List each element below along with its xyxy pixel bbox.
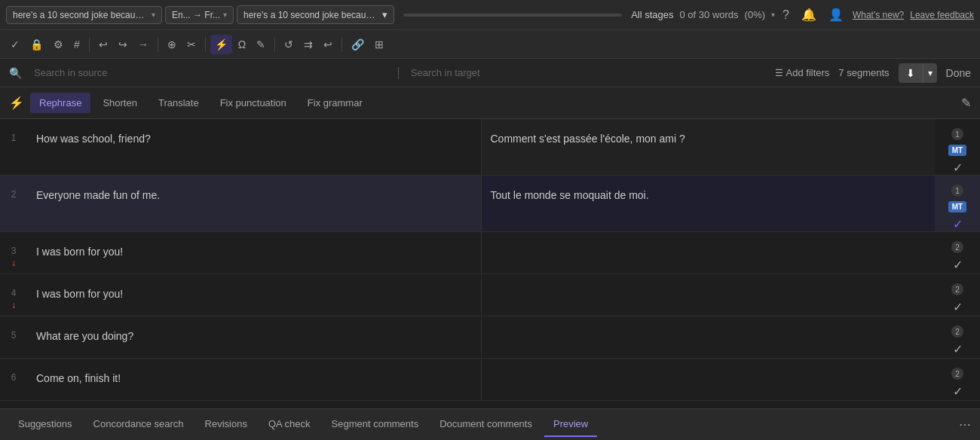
done-button[interactable]: Done [946,67,971,79]
leave-feedback-button[interactable]: Leave feedback [910,10,974,20]
confirm-icon[interactable]: ✓ [953,300,963,314]
search-source-input[interactable] [34,67,386,78]
toolbar-divider-4 [274,37,275,52]
toolbar-divider-2 [158,37,158,52]
tab-document-comments[interactable]: Document comments [430,412,541,437]
segment-source[interactable]: I was born for you! [27,232,482,273]
search-right: ☰ Add filters 7 segments ⬇ ▾ Done [775,63,971,83]
tab-fix-grammar[interactable]: Fix grammar [299,93,372,113]
segment-target[interactable]: Comment s'est passée l'école, mon ami ? [482,119,936,175]
table-row[interactable]: 4 ↓ I was born for you! 2 ✓ [0,274,980,316]
segment-target[interactable] [482,274,936,316]
loop-toolbar-icon[interactable]: ↺ [280,35,298,54]
segment-target[interactable] [482,316,936,358]
project-selector[interactable]: here's a 10 second joke because ... ▾ [6,6,162,24]
tab-fix-punctuation[interactable]: Fix punctuation [211,93,296,113]
add-filters-button[interactable]: ☰ Add filters [775,67,830,78]
table-row[interactable]: 2 Everyone made fun of me. Tout le monde… [0,176,980,232]
progress-text: 0 of 30 words [680,9,739,20]
link-toolbar-icon[interactable]: 🔗 [347,35,369,54]
toolbar-divider-5 [341,37,342,52]
tab-shorten[interactable]: Shorten [93,93,146,113]
segment-target[interactable]: Tout le monde se moquait de moi. [482,176,936,231]
redo-toolbar-icon[interactable]: ↪ [114,35,132,54]
segment-number: 3 ↓ [0,232,27,273]
segment-selector[interactable]: here's a 10 second joke because yc ▾ [237,5,394,24]
revision-badge: 2 [951,325,963,338]
download-button[interactable]: ⬇ [899,63,923,83]
all-stages-label: All stages [631,9,673,20]
more-options-button[interactable]: ⋯ [959,417,971,432]
ai-toolbar-right: ✎ [961,96,971,110]
segment-meta: 2 ✓ [935,359,980,400]
settings-toolbar-icon[interactable]: ⚙ [49,35,68,54]
language-pair-chevron-icon: ▾ [223,11,227,19]
lock-toolbar-icon[interactable]: 🔒 [26,35,47,54]
user-icon-btn[interactable]: 👤 [825,5,847,25]
split-toolbar-icon[interactable]: ✂ [182,35,201,54]
pencil-toolbar-icon[interactable]: ✎ [252,35,270,54]
top-bar-right: ? 🔔 👤 What's new? Leave feedback [779,5,974,25]
download-icon: ⬇ [906,67,915,79]
tab-preview[interactable]: Preview [544,412,597,437]
table-row[interactable]: 5 What are you doing? 2 ✓ [0,316,980,359]
revision-badge: 2 [951,368,963,380]
confirm-icon[interactable]: ✓ [953,342,963,356]
confirm-toolbar-icon[interactable]: ✓ [6,35,24,54]
tab-rephrase[interactable]: Rephrase [30,93,90,113]
segment-meta: 1 MT ✓ [935,176,980,231]
segment-source[interactable]: What are you doing? [27,316,482,358]
table-row[interactable]: 3 ↓ I was born for you! 2 ✓ [0,232,980,274]
confirm-icon[interactable]: ✓ [953,160,963,175]
ai-edit-icon-btn[interactable]: ✎ [961,96,971,110]
table-row[interactable]: 1 How was school, friend? Comment s'est … [0,119,980,176]
arrow-right-toolbar-icon[interactable]: → [133,35,153,54]
undo-toolbar-icon[interactable]: ↩ [94,35,112,54]
language-pair-label: En... → Fr... [172,10,220,20]
stages-chevron-icon: ▾ [771,11,775,19]
stages-info: All stages 0 of 30 words (0%) ▾ [631,9,775,20]
search-target-input[interactable] [411,67,763,78]
language-pair-selector[interactable]: En... → Fr... ▾ [165,6,234,24]
tab-qa-check[interactable]: QA check [259,412,320,437]
segment-number: 6 [0,359,27,400]
ai-toolbar: ⚡ Rephrase Shorten Translate Fix punctua… [0,87,980,119]
multi-arrow-toolbar-icon[interactable]: ⇉ [299,35,317,54]
help-icon-btn[interactable]: ? [779,5,792,25]
lightning-toolbar-icon[interactable]: ⚡ [210,35,232,54]
tab-concordance-search[interactable]: Concordance search [84,412,193,437]
segment-target[interactable] [482,232,936,273]
tag-toolbar-icon[interactable]: ⊕ [163,35,181,54]
search-bar: 🔍 ☰ Add filters 7 segments ⬇ ▾ Done [0,59,980,87]
tab-translate[interactable]: Translate [149,93,208,113]
help-icon: ? [782,8,789,22]
omega-toolbar-icon[interactable]: Ω [234,35,250,54]
tab-revisions[interactable]: Revisions [196,412,256,437]
segment-source[interactable]: Come on, finish it! [27,359,482,400]
hash-toolbar-icon[interactable]: # [69,35,84,54]
bottom-tabs: Suggestions Concordance search Revisions… [0,408,980,440]
download-expand-button[interactable]: ▾ [923,63,937,83]
segment-meta: 2 ✓ [935,316,980,358]
segment-source[interactable]: How was school, friend? [27,119,482,175]
table-row[interactable]: 6 Come on, finish it! 2 ✓ [0,359,980,401]
segment-source[interactable]: Everyone made fun of me. [27,176,482,231]
status-down-icon: ↓ [11,300,16,310]
expand-icon: ▾ [928,68,933,78]
segment-source[interactable]: I was born for you! [27,274,482,316]
revision-badge: 1 [951,128,963,140]
columns-toolbar-icon[interactable]: ⊞ [370,35,388,54]
confirm-icon[interactable]: ✓ [953,384,963,399]
confirm-icon[interactable]: ✓ [953,217,963,231]
bell-icon-btn[interactable]: 🔔 [798,5,819,25]
tab-segment-comments[interactable]: Segment comments [323,412,428,437]
segment-chevron-icon: ▾ [382,9,387,20]
undo2-toolbar-icon[interactable]: ↩ [319,35,337,54]
project-title: here's a 10 second joke because ... [13,10,149,20]
tab-suggestions[interactable]: Suggestions [9,412,81,437]
whats-new-button[interactable]: What's new? [853,10,904,20]
segment-target[interactable] [482,359,936,400]
top-bar: here's a 10 second joke because ... ▾ En… [0,0,980,30]
confirm-icon[interactable]: ✓ [953,258,963,272]
segment-title: here's a 10 second joke because yc [243,10,379,20]
